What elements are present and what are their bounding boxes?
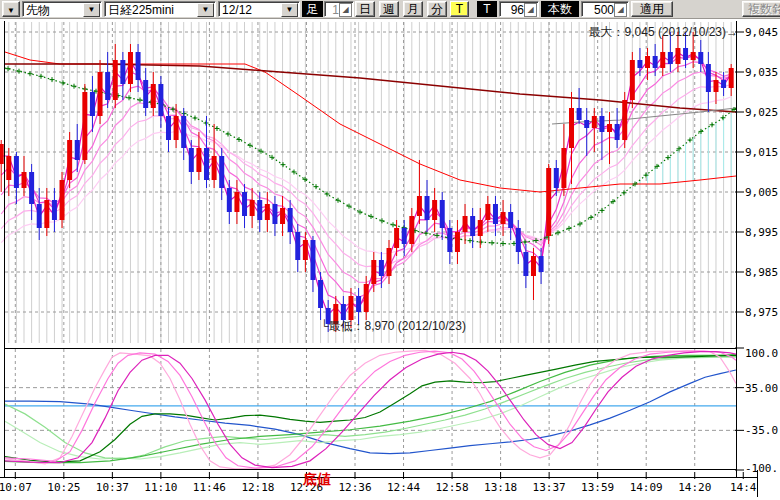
candle [622,100,627,140]
period-button-day[interactable]: 日 [355,1,375,17]
candle [387,248,392,276]
time-tick-label: 11:10 [144,481,177,494]
price-tick-label: 9,015 [745,146,778,159]
combo-arrow-icon[interactable]: ▼ [281,3,298,17]
candle [29,172,34,204]
market-select[interactable]: 先物 ▼ [22,1,102,17]
oscillator-tick-label: 35.00 [745,382,778,395]
candle [379,260,384,276]
candle [113,60,118,100]
candle [234,192,239,212]
candle [493,204,498,224]
tick-label: T [477,1,497,17]
candle [196,148,201,172]
period-button-month[interactable]: 月 [403,1,423,17]
candle [523,252,528,276]
candle [660,52,665,68]
bars-count-value: 500 [594,3,614,17]
time-tick-label: 14:09 [630,481,663,494]
candle [485,204,490,220]
candle [394,228,399,248]
candle [577,108,582,120]
candle [14,156,19,188]
candle [212,156,217,180]
spin-dial-icon[interactable]: ◢ [339,3,352,17]
price-tick-label: 9,025 [745,106,778,119]
time-tick-label: 14:20 [678,481,711,494]
multi-symbol-button[interactable]: 複数銘柄 [742,1,780,17]
time-tick-label: 14:4 [730,481,757,494]
candle [546,168,551,236]
chart-application-window: 9,0459,0359,0259,0159,0058,9958,9858,975… [0,0,780,500]
bars-count-stepper[interactable]: 500 ◢ [581,1,629,17]
symbol-select-value: 日経225mini [108,3,174,17]
candle [364,284,369,312]
bar-interval-value: 1 [332,3,339,17]
candle [295,232,300,260]
spin-dial-icon[interactable]: ◢ [614,3,627,17]
candle [592,116,597,128]
contract-month-select[interactable]: 12/12 ▼ [218,1,300,17]
candle [341,304,346,320]
candle [501,212,506,224]
candle [531,256,536,276]
candle [561,148,566,188]
candle [37,204,42,228]
candle [90,92,95,116]
candle [272,204,277,224]
candle [683,48,688,60]
bars-label: 本数 [541,1,579,17]
oscillator-tick-label: 100.0 [745,347,778,360]
market-select-value: 先物 [26,3,50,17]
bottom-price-annotation: 底値 [302,471,331,487]
price-tick-label: 8,975 [745,306,778,319]
combo-arrow-icon[interactable]: ▼ [197,3,214,17]
time-tick-label: 12:18 [241,481,274,494]
apply-button[interactable]: 適用 [631,1,673,17]
candle [698,52,703,64]
bar-interval-stepper[interactable]: 1 ◢ [324,1,354,17]
tick-count-value: 96 [511,3,524,17]
min-price-annotation: └最低：8,970 (2012/10/23) [320,319,466,333]
candle [219,156,224,188]
tick-count-stepper[interactable]: 96 ◢ [499,1,539,17]
candle [120,60,125,84]
time-tick-label: 12:58 [436,481,469,494]
candle [136,52,141,80]
tick-mode-button[interactable]: T [450,1,469,17]
spin-dial-icon[interactable]: ◢ [524,3,537,17]
time-tick-label: 11:46 [193,481,226,494]
oscillator-tick-label: -100. [745,462,778,475]
toolbar: ▼ 先物 ▼ 日経225mini ▼ 12/12 ▼ 足 1 ◢ 日 週 月 分… [0,0,780,19]
candle [432,200,437,220]
candle [105,72,110,100]
candle [22,172,27,188]
combo-arrow-icon[interactable]: ▼ [83,3,100,17]
candle [470,216,475,236]
candle [615,124,620,140]
candle [189,148,194,172]
price-tick-label: 9,045 [745,26,778,39]
candle [348,296,353,320]
max-price-annotation: 最大：9,045 (2012/10/23)→ [589,25,738,39]
price-tick-label: 9,005 [745,186,778,199]
candle [75,140,80,160]
candle [128,52,133,84]
candle [637,60,642,68]
candle [653,56,658,68]
contract-month-value: 12/12 [222,3,252,17]
period-button-week[interactable]: 週 [379,1,399,17]
candle [539,256,544,272]
candle [44,200,49,228]
candle [729,68,734,88]
candle [265,204,270,220]
candle [242,192,247,216]
chart-canvas[interactable]: 9,0459,0359,0259,0159,0058,9958,9858,975… [0,0,780,500]
price-tick-label: 8,995 [745,226,778,239]
symbol-select[interactable]: 日経225mini ▼ [104,1,216,17]
time-tick-label: 10:37 [96,481,129,494]
candle [508,212,513,228]
candle [455,232,460,252]
chart-nav-dropdown-button[interactable]: ▼ [2,1,20,17]
period-button-minute[interactable]: 分 [427,1,447,17]
